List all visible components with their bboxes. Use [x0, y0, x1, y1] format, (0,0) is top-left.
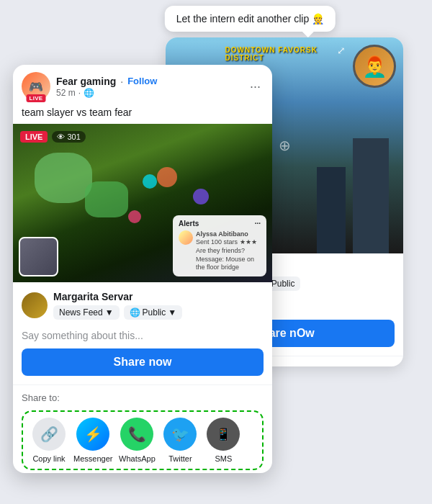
- follow-link[interactable]: Follow: [127, 76, 157, 86]
- share-icon-copy-link[interactable]: 🔗 Copy link: [30, 418, 68, 463]
- dropdown-arrow: ▼: [105, 307, 114, 318]
- alerts-more[interactable]: ···: [255, 220, 261, 228]
- twitter-icon: 🐦: [171, 426, 189, 443]
- author-name: Fear gaming: [56, 76, 116, 87]
- crosshair: ⊕: [279, 137, 291, 154]
- expand-icon[interactable]: ⤢: [337, 45, 346, 56]
- share-icon-twitter[interactable]: 🐦 Twitter: [161, 418, 199, 463]
- building-decoration: [317, 167, 346, 253]
- globe-icon: 🌐: [84, 88, 94, 98]
- dropdown-arrow2: ▼: [168, 307, 176, 318]
- game-video-area: LIVE 👁 301 Alerts ··· Alyssa Abitibano S…: [13, 124, 272, 282]
- messenger-label: Messenger: [73, 454, 112, 463]
- alert-item: Alyssa Abitibano Sent 100 stars ★★★ Are …: [179, 230, 261, 272]
- post-subline: 52 m · 🌐: [56, 88, 241, 98]
- sms-label: SMS: [215, 454, 233, 463]
- hud-bar: DOWNTOWN FAVORSK DISTRICT: [225, 46, 344, 62]
- front-user-name: Margarita Servar: [53, 291, 264, 302]
- copy-link-label: Copy link: [32, 454, 65, 463]
- front-share-section: Margarita Servar News Feed ▼ 🌐 Public ▼ …: [13, 282, 272, 384]
- copy-link-icon: 🔗: [40, 426, 58, 443]
- share-icon-sms[interactable]: 📱 SMS: [204, 418, 242, 463]
- author-avatar-wrap: 🎮 LIVE: [22, 72, 50, 101]
- alert-user-avatar: [179, 230, 193, 245]
- sms-icon: 📱: [215, 426, 231, 442]
- front-share-now-button[interactable]: Share now: [22, 348, 264, 376]
- front-user-avatar: [22, 292, 48, 318]
- alert-text: Alyssa Abitibano Sent 100 stars ★★★ Are …: [196, 230, 261, 272]
- live-tag: LIVE: [20, 131, 48, 143]
- game-element: [157, 167, 177, 187]
- share-icon-messenger[interactable]: ⚡ Messenger: [73, 418, 112, 463]
- front-user-controls: News Feed ▼ 🌐 Public ▼: [53, 305, 264, 320]
- front-placeholder[interactable]: Say something about this...: [22, 325, 264, 348]
- game-element: [128, 210, 141, 223]
- share-icon-whatsapp[interactable]: 📞 WhatsApp: [118, 418, 156, 463]
- globe-small-icon: 🌐: [130, 307, 140, 318]
- alert-user-name: Alyssa Abitibano: [196, 230, 248, 238]
- game-element: [35, 153, 92, 203]
- building-decoration: [353, 138, 389, 253]
- streamer-avatar: [19, 237, 58, 276]
- whatsapp-icon: 📞: [128, 426, 146, 443]
- front-share-to-section: Share to: 🔗 Copy link ⚡ Messenger 📞: [13, 384, 272, 473]
- post-meta: Fear gaming · Follow 52 m · 🌐: [56, 76, 241, 98]
- alerts-header: Alerts ···: [179, 220, 261, 228]
- tooltip-bubble: Let the intern edit another clip 👷: [165, 6, 336, 32]
- alert-message: Sent 100 stars ★★★ Are they friends? Mes…: [196, 238, 257, 271]
- game-element: [193, 189, 209, 204]
- copy-link-icon-circle: 🔗: [32, 418, 66, 451]
- post-time: 52 m: [56, 88, 76, 98]
- share-to-label: Share to:: [22, 392, 264, 403]
- front-news-feed-btn[interactable]: News Feed ▼: [53, 305, 120, 320]
- front-user-row: Margarita Servar News Feed ▼ 🌐 Public ▼: [22, 291, 264, 320]
- sms-icon-circle: 📱: [207, 418, 240, 451]
- dot-separator: ·: [78, 88, 81, 98]
- whatsapp-label: WhatsApp: [119, 454, 156, 463]
- messenger-icon-circle: ⚡: [76, 418, 109, 451]
- live-indicator: LIVE 👁 301: [20, 131, 86, 143]
- alerts-title: Alerts: [179, 220, 199, 228]
- player-avatar: 👨‍🦰: [353, 45, 396, 88]
- post-author-row: Fear gaming · Follow: [56, 76, 241, 87]
- front-card: 🎮 LIVE Fear gaming · Follow 52 m · 🌐 ···…: [13, 65, 272, 473]
- post-header: 🎮 LIVE Fear gaming · Follow 52 m · 🌐 ···: [13, 65, 272, 105]
- viewer-count: 👁 301: [52, 131, 85, 143]
- more-options-button[interactable]: ···: [247, 76, 264, 97]
- live-badge: LIVE: [27, 94, 46, 102]
- front-user-info: Margarita Servar News Feed ▼ 🌐 Public ▼: [53, 291, 264, 320]
- alerts-panel: Alerts ··· Alyssa Abitibano Sent 100 sta…: [173, 215, 266, 276]
- whatsapp-icon-circle: 📞: [120, 418, 153, 451]
- game-element: [143, 174, 157, 189]
- share-icons-dashed-box: 🔗 Copy link ⚡ Messenger 📞 WhatsApp: [22, 410, 264, 470]
- front-privacy-btn[interactable]: 🌐 Public ▼: [124, 305, 183, 320]
- tooltip-text: Let the intern edit another clip 👷: [176, 13, 324, 24]
- post-text: team slayer vs team fear: [13, 105, 272, 124]
- twitter-label: Twitter: [168, 454, 192, 463]
- game-element: [85, 181, 128, 217]
- twitter-icon-circle: 🐦: [163, 418, 197, 451]
- messenger-icon: ⚡: [84, 426, 102, 443]
